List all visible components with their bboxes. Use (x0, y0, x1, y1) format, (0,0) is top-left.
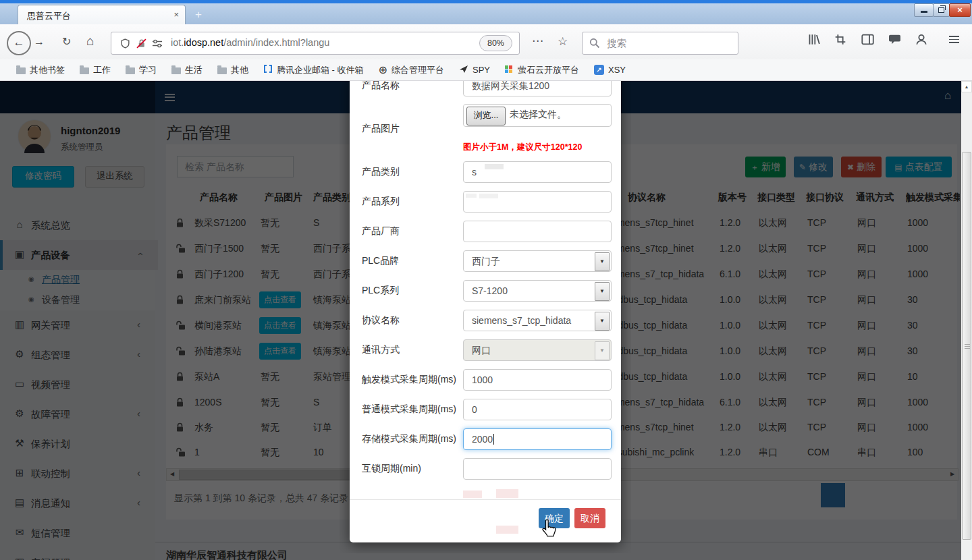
library-icon[interactable] (807, 34, 821, 45)
bookmark-label: 工作 (93, 64, 111, 76)
field-label-3: 产品类别 (362, 166, 400, 178)
bookmark-item[interactable]: 生活 (171, 64, 202, 76)
speech-bubble-icon[interactable] (888, 34, 901, 45)
field-label-2: 产品图片 (362, 123, 400, 135)
minimize-icon (921, 11, 927, 13)
search-placeholder: 搜索 (607, 37, 626, 50)
field-value: 网口 (472, 345, 491, 356)
browser-tab[interactable]: 思普云平台 × (18, 5, 186, 26)
scroll-grip (965, 344, 970, 349)
bookmark-label: 萤石云开放平台 (518, 64, 579, 76)
menu-hamburger-icon[interactable] (949, 36, 959, 43)
bookmark-label: 其他 (231, 64, 248, 76)
bookmark-item[interactable]: 其他 (217, 64, 248, 76)
url-bar[interactable]: iot.idosp.net/admin/index.html?langu 80% (111, 32, 520, 55)
image-size-note: 图片小于1M，建议尺寸120*120 (463, 142, 582, 153)
screenshot-crop-icon[interactable] (834, 34, 846, 45)
bookmark-label: SPY (473, 65, 490, 75)
reload-button[interactable]: ↻ (62, 35, 71, 48)
bookmark-label: 学习 (139, 64, 157, 76)
bookmark-item[interactable]: 腾讯企业邮箱 - 收件箱 (263, 64, 364, 76)
folder-icon (217, 67, 227, 74)
file-input[interactable]: 浏览...未选择文件。 (463, 104, 612, 127)
text-caret (493, 434, 494, 445)
field-select-9[interactable]: 网口▼ (463, 339, 612, 361)
field-select-8[interactable]: siemens_s7_tcp_hidata▼ (463, 310, 612, 331)
edit-product-modal: 产品名称数据网关采集1200产品图片浏览...未选择文件。图片小于1M，建议尺寸… (350, 81, 621, 542)
field-label-4: 产品系列 (362, 196, 400, 208)
field-label-13: 互锁周期(min) (362, 463, 421, 475)
field-label-10: 触发模式采集周期(ms) (362, 374, 456, 386)
scroll-up-icon[interactable]: ▲ (961, 81, 972, 92)
permissions-icon[interactable] (152, 38, 163, 49)
field-label-1: 产品名称 (362, 81, 400, 92)
bookmark-label: 生活 (185, 64, 202, 76)
field-input-5[interactable] (463, 221, 612, 242)
dropdown-arrow-icon[interactable]: ▼ (595, 341, 610, 360)
folder-icon (171, 67, 181, 74)
bookmark-item[interactable]: ↗XSY (594, 65, 626, 75)
field-value: S7-1200 (472, 285, 508, 296)
tracking-shield-icon[interactable] (120, 38, 130, 49)
field-label-6: PLC品牌 (362, 255, 399, 267)
bookmark-label: XSY (608, 65, 626, 75)
tab-close-icon[interactable]: × (173, 9, 179, 20)
bookmark-item[interactable]: 学习 (126, 64, 157, 76)
modal-footer-divider (350, 499, 621, 500)
field-select-6[interactable]: 西门子▼ (463, 250, 612, 272)
field-label-7: PLC系列 (362, 285, 399, 297)
field-label-11: 普通模式采集周期(ms) (362, 403, 456, 416)
exmail-icon (263, 64, 273, 76)
field-select-7[interactable]: S7-1200▼ (463, 280, 612, 302)
home-button[interactable]: ⌂ (86, 34, 94, 49)
field-label-8: 协议名称 (362, 314, 400, 327)
modal-clip: 产品名称数据网关采集1200产品图片浏览...未选择文件。图片小于1M，建议尺寸… (340, 81, 631, 553)
vertical-scroll-thumb[interactable] (962, 152, 971, 540)
field-input-11[interactable]: 0 (463, 399, 612, 420)
field-label-9: 通讯方式 (362, 344, 400, 356)
field-label-12: 存储模式采集周期(ms) (362, 433, 456, 445)
bookmark-label: 其他书签 (30, 64, 65, 76)
mouse-cursor (540, 520, 556, 537)
minimize-button[interactable] (914, 3, 934, 17)
page-actions-button[interactable]: ⋯ (532, 34, 544, 48)
browse-button[interactable]: 浏览... (466, 107, 506, 125)
sidebar-panel-icon[interactable] (861, 34, 874, 45)
file-status-text: 未选择文件。 (510, 109, 566, 121)
bookmark-star-icon[interactable]: ☆ (558, 34, 568, 49)
field-value: s (472, 167, 477, 177)
bookmark-item[interactable]: ⊕综合管理平台 (379, 64, 444, 76)
field-input-10[interactable]: 1000 (463, 369, 612, 391)
field-input-1[interactable]: 数据网关采集1200 (463, 81, 612, 96)
globe-icon: ⊕ (379, 65, 387, 75)
url-text[interactable]: iot.idosp.net/admin/index.html?langu (171, 37, 329, 48)
insecure-lock-icon[interactable] (136, 38, 146, 49)
url-fade (441, 34, 472, 52)
new-tab-button[interactable]: + (190, 7, 207, 22)
bookmark-item[interactable]: SPY (459, 64, 490, 76)
forward-button[interactable]: → (34, 36, 45, 48)
field-input-13[interactable] (463, 458, 612, 480)
close-button[interactable]: × (949, 3, 971, 17)
bookmark-item[interactable]: 萤石云开放平台 (505, 64, 579, 76)
ghost-artifact (496, 526, 518, 534)
back-button[interactable]: ← (7, 31, 31, 55)
bookmark-item[interactable]: 工作 (80, 64, 111, 76)
zoom-level-badge[interactable]: 80% (479, 35, 512, 51)
ghost-artifact (466, 194, 477, 198)
bookmark-label: 综合管理平台 (392, 64, 444, 76)
folder-icon (80, 67, 89, 74)
dropdown-arrow-icon[interactable]: ▼ (595, 312, 610, 331)
dropdown-arrow-icon[interactable]: ▼ (595, 282, 610, 301)
bookmark-item[interactable]: 其他书签 (16, 64, 65, 76)
ezviz-icon (505, 65, 514, 74)
search-bar[interactable]: 搜索 (582, 32, 738, 55)
bookmarks-bar: 其他书签工作学习生活其他腾讯企业邮箱 - 收件箱⊕综合管理平台SPY萤石云开放平… (0, 59, 972, 81)
dropdown-arrow-icon[interactable]: ▼ (595, 252, 610, 271)
cancel-button[interactable]: 取消 (574, 508, 605, 528)
field-input-12[interactable]: 2000 (463, 428, 612, 450)
account-icon[interactable] (915, 34, 927, 45)
restore-button[interactable] (933, 3, 950, 17)
vertical-scrollbar[interactable]: ▲ (961, 81, 972, 560)
field-value: 西门子 (472, 256, 500, 267)
